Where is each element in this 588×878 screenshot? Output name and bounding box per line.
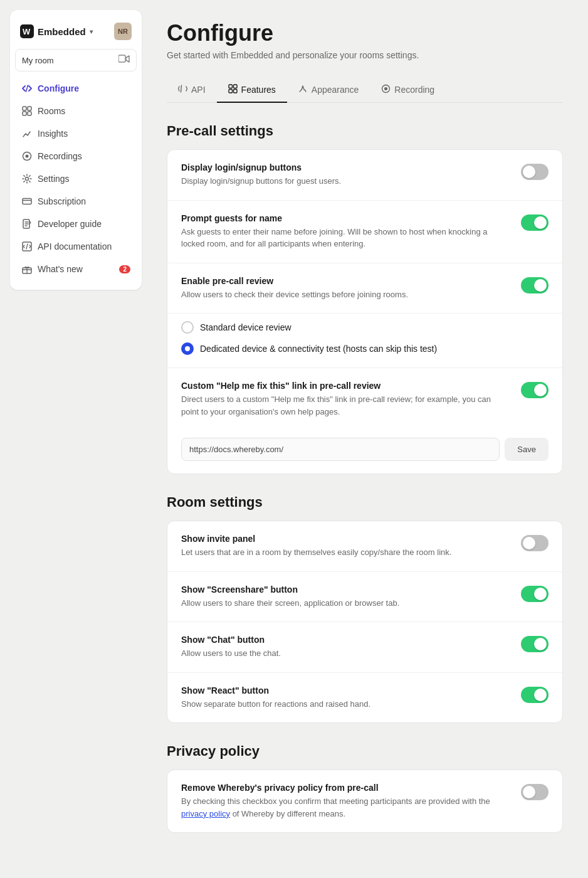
custom-link-title: Custom "Help me fix this" link in pre-ca… (181, 381, 508, 391)
sidebar-item-api-docs[interactable]: API documentation (15, 236, 137, 257)
card-icon (21, 196, 33, 207)
tab-recording[interactable]: Recording (370, 78, 446, 103)
prompt-guests-content: Prompt guests for name Ask guests to ent… (181, 213, 521, 250)
chart-icon (21, 128, 33, 139)
tab-api[interactable]: API (167, 78, 217, 103)
privacy-desc-after: of Whereby by different means. (230, 809, 345, 818)
sidebar-item-rooms-label: Rooms (38, 106, 65, 116)
save-url-button[interactable]: Save (505, 438, 549, 461)
sidebar-item-rooms[interactable]: Rooms (15, 100, 137, 122)
show-screenshare-title: Show "Screenshare" button (181, 584, 508, 595)
gear-icon (21, 173, 33, 184)
show-screenshare-toggle[interactable] (521, 586, 549, 602)
room-selector[interactable]: My room (15, 49, 137, 71)
radio-dedicated[interactable]: Dedicated device & connectivity test (ho… (181, 342, 549, 355)
svg-text:W: W (23, 27, 31, 36)
sidebar-item-subscription[interactable]: Subscription (15, 191, 137, 212)
display-login-desc: Display login/signup buttons for guest u… (181, 175, 508, 188)
display-login-toggle[interactable] (521, 164, 549, 180)
main-content: Configure Get started with Embedded and … (142, 0, 588, 878)
page-subtitle: Get started with Embedded and personaliz… (167, 50, 563, 60)
prompt-guests-slider (521, 214, 549, 231)
prompt-guests-toggle[interactable] (521, 214, 549, 231)
sidebar-item-insights[interactable]: Insights (15, 123, 137, 144)
tab-features[interactable]: Features (217, 78, 287, 103)
radio-dedicated-circle (181, 342, 194, 355)
brand-chevron-icon: ▾ (90, 28, 93, 35)
sidebar-item-whats-new-label: What's new (38, 264, 83, 274)
show-invite-toggle[interactable] (521, 535, 549, 551)
code-icon (21, 83, 33, 94)
sidebar-item-whats-new[interactable]: What's new 2 (15, 258, 137, 280)
tabs-bar: API Features Appearance (167, 78, 563, 103)
show-react-slider (521, 687, 549, 703)
svg-rect-6 (28, 112, 31, 115)
svg-rect-2 (118, 55, 125, 62)
sidebar: W Embedded ▾ NR My room Configure (10, 10, 142, 290)
show-invite-slider (521, 535, 549, 551)
sidebar-item-recordings[interactable]: Recordings (15, 145, 137, 167)
remove-privacy-slider (521, 784, 549, 800)
svg-rect-5 (23, 112, 26, 115)
sidebar-brand[interactable]: W Embedded ▾ (20, 24, 93, 38)
custom-url-input[interactable] (181, 438, 500, 461)
radio-dedicated-label: Dedicated device & connectivity test (ho… (200, 344, 437, 354)
room-settings-section-title: Room settings (167, 494, 563, 510)
sidebar-header: W Embedded ▾ NR (15, 20, 137, 48)
prompt-guests-title: Prompt guests for name (181, 213, 508, 223)
recording-tab-icon (381, 84, 391, 95)
prompt-guests-row: Prompt guests for name Ask guests to ent… (167, 201, 562, 263)
tab-appearance-label: Appearance (312, 85, 359, 95)
sidebar-item-configure-label: Configure (38, 83, 79, 93)
remove-privacy-toggle[interactable] (521, 784, 549, 800)
room-selector-label: My room (22, 56, 54, 65)
show-screenshare-content: Show "Screenshare" button Allow users to… (181, 584, 521, 610)
sidebar-item-configure[interactable]: Configure (15, 78, 137, 99)
privacy-section-title: Privacy policy (167, 743, 563, 759)
precall-review-toggle[interactable] (521, 277, 549, 294)
precall-review-content: Enable pre-call review Allow users to ch… (181, 276, 521, 301)
prompt-guests-desc: Ask guests to enter their name before jo… (181, 226, 508, 250)
sidebar-item-developer-guide-label: Developer guide (38, 219, 102, 229)
tab-appearance[interactable]: Appearance (287, 78, 370, 103)
display-login-title: Display login/signup buttons (181, 162, 508, 172)
radio-standard[interactable]: Standard device review (181, 321, 549, 334)
svg-rect-3 (23, 107, 26, 110)
privacy-policy-link[interactable]: privacy policy (181, 809, 230, 818)
radio-standard-label: Standard device review (200, 322, 291, 332)
user-avatar[interactable]: NR (114, 23, 132, 40)
show-chat-toggle[interactable] (521, 636, 549, 652)
brand-name: Embedded (38, 26, 86, 37)
tab-features-label: Features (241, 85, 276, 95)
show-chat-slider (521, 636, 549, 652)
precall-review-slider (521, 277, 549, 294)
svg-rect-15 (233, 85, 237, 88)
precall-review-desc: Allow users to check their device settin… (181, 288, 508, 301)
sidebar-item-settings[interactable]: Settings (15, 168, 137, 189)
remove-privacy-row: Remove Whereby's privacy policy from pre… (167, 770, 562, 832)
show-chat-row: Show "Chat" button Allow users to use th… (167, 622, 562, 673)
custom-link-content: Custom "Help me fix this" link in pre-ca… (181, 381, 521, 418)
record-icon (21, 151, 33, 162)
tab-recording-label: Recording (394, 85, 434, 95)
radio-options-group: Standard device review Dedicated device … (167, 314, 562, 368)
show-react-toggle[interactable] (521, 687, 549, 703)
show-react-row: Show "React" button Show separate button… (167, 673, 562, 723)
sidebar-item-developer-guide[interactable]: Developer guide (15, 213, 137, 235)
remove-privacy-desc: By checking this checkbox you confirm th… (181, 795, 508, 820)
show-chat-title: Show "Chat" button (181, 635, 508, 645)
svg-rect-10 (23, 199, 31, 204)
features-tab-icon (228, 84, 238, 95)
show-chat-content: Show "Chat" button Allow users to use th… (181, 635, 521, 660)
custom-link-slider (521, 382, 549, 398)
display-login-slider (521, 164, 549, 180)
page-title: Configure (167, 20, 563, 46)
custom-link-header-row: Custom "Help me fix this" link in pre-ca… (167, 368, 562, 430)
custom-link-toggle[interactable] (521, 382, 549, 398)
privacy-card: Remove Whereby's privacy policy from pre… (167, 770, 563, 833)
show-screenshare-row: Show "Screenshare" button Allow users to… (167, 572, 562, 623)
show-invite-content: Show invite panel Let users that are in … (181, 534, 521, 559)
api-tab-icon (178, 84, 187, 95)
precall-section-title: Pre-call settings (167, 123, 563, 139)
sidebar-item-subscription-label: Subscription (38, 196, 86, 206)
